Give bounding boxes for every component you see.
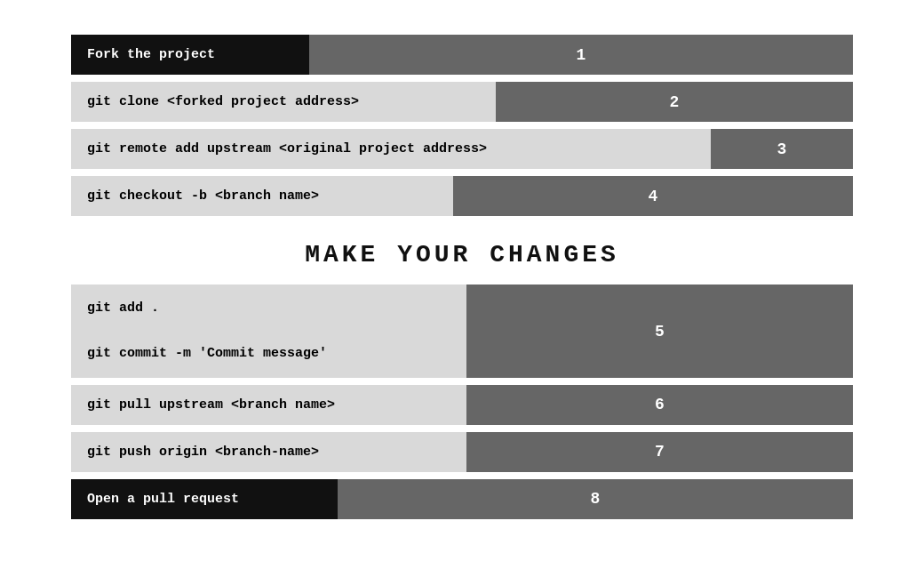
row-7: git push origin <branch-name>7: [71, 432, 853, 472]
row-4-number: 4: [453, 176, 853, 216]
row-2: git clone <forked project address>2: [71, 82, 853, 122]
row-6: git pull upstream <branch name>6: [71, 385, 853, 425]
make-changes-heading: MAKE YOUR CHANGES: [71, 241, 853, 268]
row-5-label: git add .git commit -m 'Commit message': [71, 285, 466, 378]
row-1-label: Fork the project: [71, 35, 309, 75]
row-2-number: 2: [496, 82, 853, 122]
bottom-rows: git add .git commit -m 'Commit message'5…: [71, 285, 853, 519]
middle-section: MAKE YOUR CHANGES: [71, 223, 853, 285]
row-5: git add .git commit -m 'Commit message'5: [71, 285, 853, 378]
row-6-number: 6: [466, 385, 853, 425]
top-rows: Fork the project1git clone <forked proje…: [71, 35, 853, 216]
row-7-label: git push origin <branch-name>: [71, 432, 466, 472]
main-container: Fork the project1git clone <forked proje…: [71, 17, 853, 544]
row-1-number: 1: [309, 35, 853, 75]
row-5-number: 5: [466, 285, 853, 378]
row-6-label: git pull upstream <branch name>: [71, 385, 466, 425]
row-4: git checkout -b <branch name>4: [71, 176, 853, 216]
row-8-number: 8: [338, 479, 853, 519]
row-3: git remote add upstream <original projec…: [71, 129, 853, 169]
row-4-label: git checkout -b <branch name>: [71, 176, 453, 216]
row-8-label: Open a pull request: [71, 479, 338, 519]
row-1: Fork the project1: [71, 35, 853, 75]
row-3-number: 3: [711, 129, 853, 169]
row-8: Open a pull request8: [71, 479, 853, 519]
row-2-label: git clone <forked project address>: [71, 82, 496, 122]
row-7-number: 7: [466, 432, 853, 472]
row-3-label: git remote add upstream <original projec…: [71, 129, 711, 169]
